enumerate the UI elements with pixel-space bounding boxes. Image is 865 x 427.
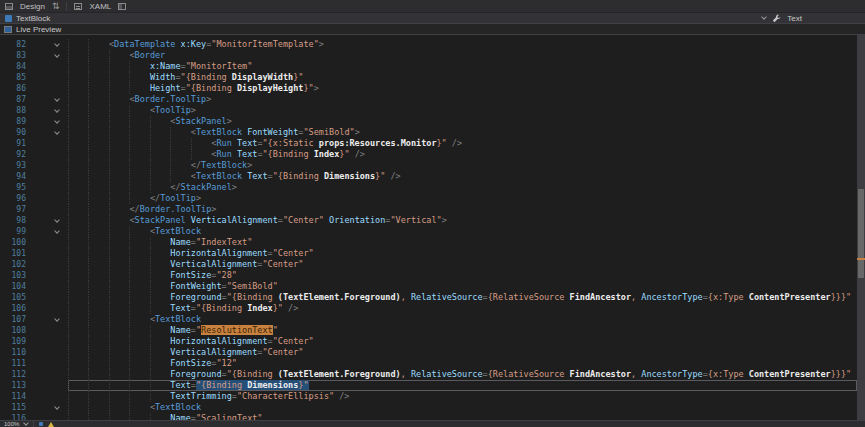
zoom-chevron-down-icon[interactable] (24, 420, 30, 426)
fold-chevron-icon[interactable] (54, 404, 60, 410)
code-line[interactable]: 110VerticalAlignment="Center" (0, 347, 857, 358)
code-line[interactable]: 104FontWeight="SemiBold" (0, 281, 857, 292)
code-text[interactable]: TextTrimming="CharacterEllipsis" /> (68, 391, 857, 402)
breadcrumb-property[interactable]: Text (787, 14, 802, 23)
code-text[interactable]: Width="{Binding DisplayWidth}" (68, 72, 857, 83)
code-text[interactable]: HorizontalAlignment="Center" (68, 336, 857, 347)
fold-chevron-icon[interactable] (54, 316, 60, 322)
code-line[interactable]: 109HorizontalAlignment="Center" (0, 336, 857, 347)
code-text[interactable]: HorizontalAlignment="Center" (68, 248, 857, 259)
code-text[interactable]: Foreground="{Binding (TextElement.Foregr… (68, 292, 857, 303)
code-text[interactable]: <StackPanel> (68, 116, 857, 127)
code-line[interactable]: 95</StackPanel> (0, 182, 857, 193)
fold-chevron-icon[interactable] (54, 96, 60, 102)
code-line[interactable]: 97</Border.ToolTip> (0, 204, 857, 215)
code-text[interactable]: </Border.ToolTip> (68, 204, 857, 215)
fold-margin[interactable] (26, 226, 68, 237)
code-text[interactable]: x:Name="MonitorItem" (68, 61, 857, 72)
code-line[interactable]: 87<Border.ToolTip> (0, 94, 857, 105)
code-line[interactable]: 86Height="{Binding DisplayHeight}"> (0, 83, 857, 94)
breadcrumb-element[interactable]: TextBlock (16, 14, 50, 23)
code-text[interactable]: <TextBlock (68, 314, 857, 325)
code-text[interactable]: Height="{Binding DisplayHeight}"> (68, 83, 857, 94)
code-line[interactable]: 84x:Name="MonitorItem" (0, 61, 857, 72)
code-line[interactable]: 116Name="ScalingText" (0, 413, 857, 420)
code-line[interactable]: 82<DataTemplate x:Key="MonitorItemTempla… (0, 39, 857, 50)
code-line[interactable]: 114TextTrimming="CharacterEllipsis" /> (0, 391, 857, 402)
code-text[interactable]: <TextBlock (68, 402, 857, 413)
code-line[interactable]: 102VerticalAlignment="Center" (0, 259, 857, 270)
fold-margin[interactable] (26, 94, 68, 105)
code-text[interactable]: <Border (68, 50, 857, 61)
code-line[interactable]: 91<Run Text="{x:Static props:Resources.M… (0, 138, 857, 149)
code-line[interactable]: 103FontSize="28" (0, 270, 857, 281)
code-text[interactable]: <DataTemplate x:Key="MonitorItemTemplate… (68, 39, 857, 50)
fold-margin[interactable] (26, 127, 68, 138)
code-line[interactable]: 115<TextBlock (0, 402, 857, 413)
code-line[interactable]: 94<TextBlock Text="{Binding Dimensions}"… (0, 171, 857, 182)
code-text[interactable]: </ToolTip> (68, 193, 857, 204)
code-line[interactable]: 98<StackPanel VerticalAlignment="Center"… (0, 215, 857, 226)
fold-margin[interactable] (26, 402, 68, 413)
code-line[interactable]: 111FontSize="12" (0, 358, 857, 369)
code-line[interactable]: 105Foreground="{Binding (TextElement.For… (0, 292, 857, 303)
code-text[interactable]: <TextBlock Text="{Binding Dimensions}" /… (68, 171, 857, 182)
code-text[interactable]: <ToolTip> (68, 105, 857, 116)
code-line[interactable]: 96</ToolTip> (0, 193, 857, 204)
swap-panes-icon[interactable]: ⇅ (52, 2, 60, 11)
code-text[interactable]: FontSize="12" (68, 358, 857, 369)
chevron-down-icon[interactable] (761, 14, 767, 20)
code-text[interactable]: VerticalAlignment="Center" (68, 259, 857, 270)
fold-margin[interactable] (26, 50, 68, 61)
code-text[interactable]: Text="{Binding Index}" /> (68, 303, 857, 314)
code-line[interactable]: 113Text="{Binding Dimensions}" (0, 380, 857, 391)
code-text[interactable]: FontWeight="SemiBold" (68, 281, 857, 292)
code-line[interactable]: 108Name="ResolutionText" (0, 325, 857, 336)
zoom-level[interactable]: 100% (4, 421, 19, 427)
fold-chevron-icon[interactable] (54, 217, 60, 223)
code-line[interactable]: 112Foreground="{Binding (TextElement.For… (0, 369, 857, 380)
code-text[interactable]: <StackPanel VerticalAlignment="Center" O… (68, 215, 857, 226)
code-line[interactable]: 89<StackPanel> (0, 116, 857, 127)
code-line[interactable]: 90<TextBlock FontWeight="SemiBold"> (0, 127, 857, 138)
fold-chevron-icon[interactable] (54, 41, 60, 47)
fold-chevron-icon[interactable] (54, 107, 60, 113)
code-text[interactable]: <TextBlock (68, 226, 857, 237)
code-text[interactable]: Name="IndexText" (68, 237, 857, 248)
fold-chevron-icon[interactable] (54, 129, 60, 135)
xaml-view-button[interactable]: XAML (89, 2, 111, 11)
vertical-scrollbar[interactable] (857, 35, 865, 420)
code-text[interactable]: Foreground="{Binding (TextElement.Foregr… (68, 369, 857, 380)
code-line[interactable]: 99<TextBlock (0, 226, 857, 237)
code-text[interactable]: <TextBlock FontWeight="SemiBold"> (68, 127, 857, 138)
code-text[interactable]: <Border.ToolTip> (68, 94, 857, 105)
code-text[interactable]: </TextBlock> (68, 160, 857, 171)
tab-live-preview[interactable]: Live Preview (16, 25, 61, 34)
code-text[interactable]: <Run Text="{Binding Index}" /> (68, 149, 857, 160)
code-line[interactable]: 107<TextBlock (0, 314, 857, 325)
code-text[interactable]: VerticalAlignment="Center" (68, 347, 857, 358)
fold-chevron-icon[interactable] (54, 118, 60, 124)
code-text[interactable]: Name="ResolutionText" (68, 325, 857, 336)
design-view-button[interactable]: Design (20, 2, 45, 11)
code-line[interactable]: 92<Run Text="{Binding Index}" /> (0, 149, 857, 160)
code-text[interactable]: <Run Text="{x:Static props:Resources.Mon… (68, 138, 857, 149)
code-text[interactable]: Name="ScalingText" (68, 413, 857, 420)
xaml-code-editor[interactable]: 82<DataTemplate x:Key="MonitorItemTempla… (0, 35, 857, 420)
code-line[interactable]: 101HorizontalAlignment="Center" (0, 248, 857, 259)
code-text[interactable]: FontSize="28" (68, 270, 857, 281)
code-line[interactable]: 83<Border (0, 50, 857, 61)
code-text[interactable]: Text="{Binding Dimensions}" (68, 380, 857, 391)
fold-margin[interactable] (26, 116, 68, 127)
fold-chevron-icon[interactable] (54, 52, 60, 58)
code-line[interactable]: 88<ToolTip> (0, 105, 857, 116)
fold-chevron-icon[interactable] (54, 228, 60, 234)
split-view-icon[interactable] (118, 3, 126, 10)
code-text[interactable]: </StackPanel> (68, 182, 857, 193)
fold-margin[interactable] (26, 314, 68, 325)
fold-margin[interactable] (26, 215, 68, 226)
code-line[interactable]: 93</TextBlock> (0, 160, 857, 171)
code-line[interactable]: 85Width="{Binding DisplayWidth}" (0, 72, 857, 83)
scrollbar-thumb[interactable] (858, 189, 864, 278)
fold-margin[interactable] (26, 105, 68, 116)
